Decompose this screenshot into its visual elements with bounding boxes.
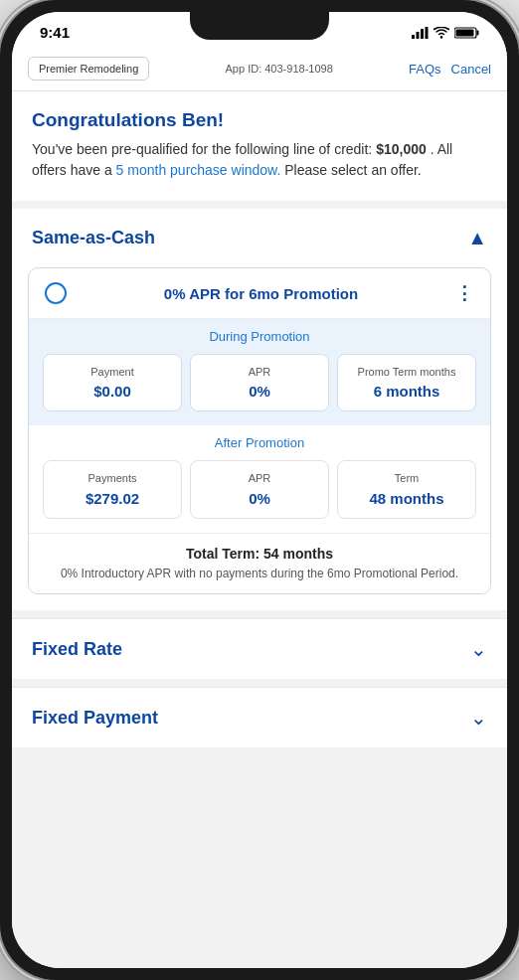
after-payments-label: Payments — [52, 471, 173, 485]
total-term-desc: 0% Introductory APR with no payments dur… — [45, 566, 474, 582]
offer-card: 0% APR for 6mo Promotion ⋮ During Promot… — [28, 267, 491, 594]
after-promotion-cells: Payments $279.02 APR 0% Term 48 months — [43, 460, 476, 518]
svg-rect-0 — [412, 35, 415, 39]
during-promo-term-label: Promo Term months — [346, 365, 467, 379]
faqs-link[interactable]: FAQs — [409, 62, 441, 77]
phone-frame: 9:41 — [0, 0, 519, 980]
after-apr-value: 0% — [199, 490, 320, 508]
purchase-window-link[interactable]: 5 month purchase window. — [116, 162, 281, 178]
status-icons — [412, 27, 479, 39]
after-term-value: 48 months — [346, 490, 467, 508]
during-apr-cell: APR 0% — [190, 354, 329, 411]
fixed-rate-section: Fixed Rate ⌄ — [12, 618, 507, 679]
fixed-payment-chevron: ⌄ — [470, 706, 487, 730]
offer-card-title: 0% APR for 6mo Promotion — [79, 285, 443, 302]
svg-rect-3 — [426, 27, 429, 39]
congrats-section: Congratulations Ben! You've been pre-qua… — [12, 91, 507, 201]
main-content[interactable]: Congratulations Ben! You've been pre-qua… — [12, 91, 507, 968]
wifi-icon — [433, 27, 449, 39]
after-promotion-label: After Promotion — [43, 435, 476, 450]
during-payment-value: $0.00 — [52, 383, 173, 401]
fixed-payment-header[interactable]: Fixed Payment ⌄ — [12, 688, 507, 747]
during-promotion-grid: During Promotion Payment $0.00 APR 0% — [29, 319, 490, 425]
svg-rect-2 — [421, 29, 424, 39]
fixed-rate-header[interactable]: Fixed Rate ⌄ — [12, 619, 507, 679]
during-promo-term-value: 6 months — [346, 383, 467, 401]
total-term: Total Term: 54 months 0% Introductory AP… — [29, 533, 490, 594]
fixed-payment-section: Fixed Payment ⌄ — [12, 687, 507, 747]
during-apr-value: 0% — [199, 383, 320, 401]
signal-icon — [412, 27, 429, 39]
offer-radio-button[interactable] — [45, 282, 67, 304]
congrats-text: You've been pre-qualified for the follow… — [32, 139, 487, 181]
after-payments-value: $279.02 — [52, 490, 173, 508]
during-payment-cell: Payment $0.00 — [43, 354, 182, 411]
during-promo-term-cell: Promo Term months 6 months — [337, 354, 476, 411]
congrats-title: Congratulations Ben! — [32, 109, 487, 131]
header-links: FAQs Cancel — [409, 62, 491, 77]
congrats-amount: $10,000 — [376, 141, 427, 157]
svg-rect-6 — [477, 30, 479, 35]
offer-card-header: 0% APR for 6mo Promotion ⋮ — [29, 268, 490, 319]
after-apr-cell: APR 0% — [190, 460, 329, 518]
battery-icon — [454, 27, 479, 39]
after-term-label: Term — [346, 471, 467, 485]
same-as-cash-section: Same-as-Cash ▲ 0% APR for 6mo Promotion … — [12, 209, 507, 610]
after-payments-cell: Payments $279.02 — [43, 460, 182, 518]
offer-cards-container: 0% APR for 6mo Promotion ⋮ During Promot… — [12, 267, 507, 610]
phone-screen: 9:41 — [12, 12, 507, 968]
svg-rect-1 — [417, 32, 420, 39]
after-term-cell: Term 48 months — [337, 460, 476, 518]
cancel-link[interactable]: Cancel — [451, 62, 491, 77]
fixed-rate-title: Fixed Rate — [32, 639, 122, 660]
phone-notch — [190, 12, 329, 40]
after-promotion-grid: After Promotion Payments $279.02 APR 0% — [29, 425, 490, 532]
after-apr-label: APR — [199, 471, 320, 485]
fixed-rate-chevron: ⌄ — [470, 637, 487, 661]
merchant-badge: Premier Remodeling — [28, 57, 149, 81]
app-id: App ID: 403-918-1098 — [226, 63, 333, 75]
during-apr-label: APR — [199, 365, 320, 379]
fixed-payment-title: Fixed Payment — [32, 708, 158, 729]
status-time: 9:41 — [40, 24, 70, 41]
app-header: Premier Remodeling App ID: 403-918-1098 … — [12, 47, 507, 91]
svg-rect-7 — [456, 29, 474, 36]
congrats-text-part1: You've been pre-qualified for the follow… — [32, 141, 372, 157]
svg-point-4 — [440, 36, 442, 38]
during-promotion-cells: Payment $0.00 APR 0% Promo Term months 6 — [43, 354, 476, 411]
same-as-cash-header[interactable]: Same-as-Cash ▲ — [12, 209, 507, 267]
during-payment-label: Payment — [52, 365, 173, 379]
more-options-icon[interactable]: ⋮ — [455, 282, 474, 304]
total-term-title: Total Term: 54 months — [45, 546, 474, 562]
same-as-cash-chevron: ▲ — [467, 227, 487, 249]
same-as-cash-title: Same-as-Cash — [32, 228, 155, 248]
during-promotion-label: During Promotion — [43, 329, 476, 344]
congrats-text-part3: Please select an offer. — [284, 162, 422, 178]
